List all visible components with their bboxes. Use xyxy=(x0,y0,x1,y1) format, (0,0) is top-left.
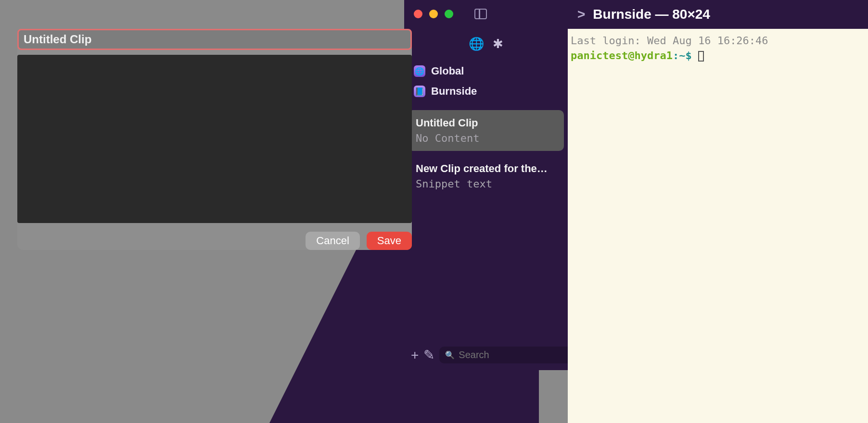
sidebar-toolbar: + ✎ 🔍 xyxy=(404,342,568,370)
prompt-dollar: $ xyxy=(685,50,691,62)
save-button[interactable]: Save xyxy=(367,232,412,250)
sidebar-filter-icons: 🌐 ✱ xyxy=(404,24,568,58)
scope-global[interactable]: 🌐 Global xyxy=(409,61,563,81)
clip-item-selected[interactable]: Untitled Clip No Content xyxy=(408,110,564,151)
clip-item-title: Untitled Clip xyxy=(416,117,556,129)
clip-editor-popover: Cancel Save xyxy=(17,29,412,250)
window-zoom-button[interactable] xyxy=(445,10,453,18)
asterisk-icon[interactable]: ✱ xyxy=(493,37,503,51)
globe-badge-icon: 🌐 xyxy=(414,65,425,77)
clip-title-input[interactable] xyxy=(17,29,412,50)
clip-item-title: New Clip created for the… xyxy=(416,162,556,175)
prompt-user: panictest@hydra1 xyxy=(571,50,673,62)
terminal-output[interactable]: Last login: Wed Aug 16 16:26:46 panictes… xyxy=(568,29,868,423)
search-field[interactable]: 🔍 xyxy=(439,347,586,363)
clips-list: Untitled Clip No Content New Clip create… xyxy=(404,110,568,342)
clips-sidebar: 🌐 ✱ 🌐 Global 📘 Burnside Untitled Clip No… xyxy=(404,0,568,370)
globe-icon[interactable]: 🌐 xyxy=(469,37,484,51)
chevron-right-icon: > xyxy=(577,7,585,22)
scope-label: Global xyxy=(431,65,464,77)
prompt-path: ~ xyxy=(679,50,685,62)
terminal-titlebar: > Burnside — 80×24 xyxy=(568,0,868,29)
window-controls xyxy=(404,0,568,24)
clip-body-textarea[interactable] xyxy=(17,55,412,223)
toggle-sidebar-icon[interactable] xyxy=(474,9,487,19)
terminal-title: Burnside — 80×24 xyxy=(593,7,710,22)
cancel-button[interactable]: Cancel xyxy=(306,232,359,250)
scope-label: Burnside xyxy=(431,85,477,98)
search-input[interactable] xyxy=(459,349,580,361)
scope-list: 🌐 Global 📘 Burnside xyxy=(404,58,568,104)
book-badge-icon: 📘 xyxy=(414,86,425,97)
clip-item-preview: Snippet text xyxy=(416,178,556,190)
clip-editor-buttons: Cancel Save xyxy=(17,232,412,250)
window-close-button[interactable] xyxy=(414,10,422,18)
terminal-pane: > Burnside — 80×24 Last login: Wed Aug 1… xyxy=(568,0,868,423)
edit-clip-button[interactable]: ✎ xyxy=(423,347,434,363)
window-minimize-button[interactable] xyxy=(429,10,438,18)
prompt-sep: : xyxy=(673,50,679,62)
add-clip-button[interactable]: + xyxy=(411,348,419,363)
last-login-line: Last login: Wed Aug 16 16:26:46 xyxy=(571,35,768,47)
scope-burnside[interactable]: 📘 Burnside xyxy=(409,81,563,101)
clip-item[interactable]: New Clip created for the… Snippet text xyxy=(408,156,564,197)
terminal-cursor xyxy=(698,51,704,62)
clip-item-preview: No Content xyxy=(416,132,556,144)
search-icon: 🔍 xyxy=(445,350,455,360)
